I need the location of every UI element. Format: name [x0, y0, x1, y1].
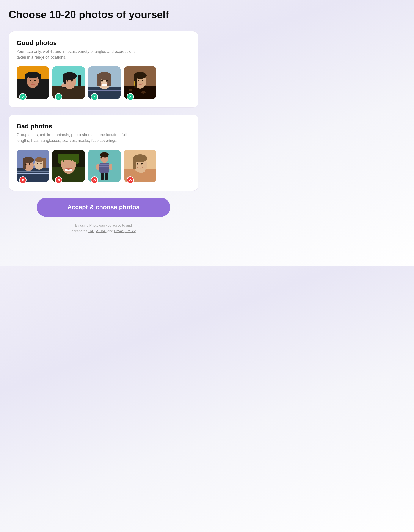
svg-rect-91 [139, 169, 141, 172]
svg-rect-93 [143, 169, 145, 172]
svg-point-84 [104, 157, 106, 159]
svg-point-5 [26, 73, 39, 78]
svg-rect-9 [31, 84, 35, 85]
ai-tou-link[interactable]: AI ToU [96, 229, 106, 233]
bad-photo-item-2: ✕ [52, 150, 85, 182]
footer-text: By using Photoleap you agree to and acce… [9, 223, 198, 234]
svg-point-59 [40, 163, 42, 164]
svg-rect-92 [141, 168, 143, 172]
bad-photos-grid: ✕ [17, 150, 190, 182]
bad-badge-3: ✕ [91, 176, 98, 184]
svg-rect-30 [107, 74, 111, 86]
svg-point-8 [32, 82, 33, 83]
svg-point-82 [100, 152, 109, 157]
svg-rect-73 [105, 172, 108, 180]
good-badge-1: ✓ [19, 93, 27, 101]
svg-rect-52 [23, 158, 26, 169]
svg-rect-65 [61, 162, 76, 168]
good-photos-description: Your face only, well-lit and in focus, v… [17, 49, 137, 60]
svg-rect-42 [134, 83, 135, 86]
bad-badge-2: ✕ [55, 176, 62, 184]
svg-point-83 [101, 157, 102, 159]
svg-rect-17 [78, 75, 81, 86]
svg-point-53 [25, 164, 27, 165]
svg-point-44 [142, 80, 143, 81]
svg-rect-57 [43, 158, 46, 168]
svg-rect-67 [64, 160, 66, 165]
svg-point-58 [37, 163, 38, 164]
svg-point-37 [141, 91, 146, 94]
bad-photos-card: Bad photos Group shots, children, animal… [9, 114, 198, 191]
good-badge-2: ✓ [55, 93, 62, 101]
bad-photo-item-3: ✕ [88, 150, 121, 182]
tou-link[interactable]: ToU [88, 229, 94, 233]
accept-choose-photos-button[interactable]: Accept & choose photos [37, 198, 170, 217]
svg-point-56 [35, 157, 44, 162]
svg-point-7 [34, 80, 36, 81]
svg-point-32 [106, 80, 108, 82]
svg-rect-66 [61, 161, 63, 165]
svg-rect-89 [133, 157, 136, 169]
svg-point-18 [67, 80, 68, 82]
svg-rect-79 [109, 164, 112, 170]
svg-point-19 [71, 80, 73, 82]
good-photo-item-2: ✓ [52, 66, 85, 99]
svg-point-95 [141, 163, 143, 164]
svg-rect-29 [97, 74, 101, 86]
svg-point-22 [61, 84, 66, 87]
svg-point-43 [138, 80, 139, 81]
bad-photos-description: Group shots, children, animals, photo sh… [17, 132, 137, 144]
svg-rect-78 [96, 164, 99, 170]
svg-point-6 [29, 80, 31, 81]
good-badge-4: ✓ [127, 93, 134, 101]
good-photos-card: Good photos Your face only, well-lit and… [9, 31, 198, 108]
svg-point-94 [137, 163, 138, 164]
svg-rect-69 [69, 160, 71, 165]
bad-photo-item-4: ✕ [124, 150, 156, 182]
good-badge-3: ✓ [91, 93, 98, 101]
svg-point-54 [29, 163, 30, 164]
good-photo-item-3: ✓ [88, 66, 121, 99]
good-photos-grid: ✓ [17, 66, 190, 99]
privacy-policy-link[interactable]: Privacy Policy [114, 229, 136, 233]
svg-point-36 [129, 89, 132, 91]
page-title: Choose 10-20 photos of yourself [9, 9, 198, 20]
svg-rect-33 [102, 84, 107, 86]
svg-point-41 [134, 81, 135, 83]
bad-badge-1: ✕ [19, 176, 27, 184]
bad-photos-title: Bad photos [17, 123, 190, 130]
good-photo-item-4: ✓ [124, 66, 156, 99]
svg-rect-72 [101, 172, 104, 180]
svg-point-31 [101, 80, 103, 82]
good-photos-title: Good photos [17, 39, 190, 47]
bad-badge-4: ✕ [127, 176, 134, 184]
good-photo-item-1: ✓ [17, 66, 49, 99]
bad-photo-item-1: ✕ [17, 150, 49, 182]
svg-rect-70 [71, 161, 74, 165]
svg-rect-68 [66, 160, 68, 165]
